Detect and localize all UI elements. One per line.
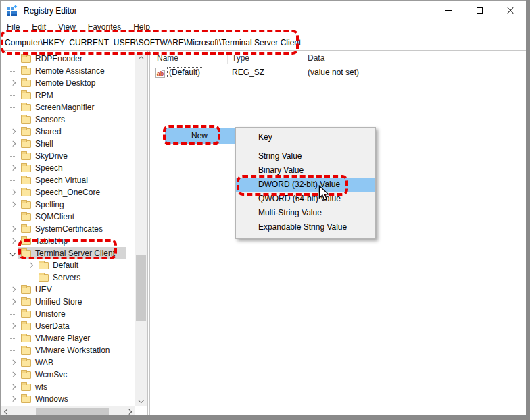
tree-item-systemcertificates[interactable]: SystemCertificates — [1, 223, 135, 235]
menu-item-file[interactable]: File — [1, 21, 26, 34]
tree-item-speech-virtual[interactable]: Speech Virtual — [1, 174, 135, 186]
menu-item-key[interactable]: Key — [236, 130, 375, 145]
tree-item-wab[interactable]: WAB — [1, 357, 135, 369]
tree-item-terminal-server-client[interactable]: Terminal Server Client — [1, 247, 135, 259]
tree-item-speech[interactable]: Speech — [1, 162, 135, 174]
close-button[interactable] — [495, 1, 526, 20]
chevron-up-icon — [139, 57, 144, 62]
tree-item-userdata[interactable]: UserData — [1, 320, 135, 332]
menu-item-binary-value[interactable]: Binary Value — [236, 163, 375, 178]
tree-item-label: Remote Desktop — [35, 78, 95, 88]
column-header-name[interactable]: Name — [150, 52, 228, 64]
menu-item-edit[interactable]: Edit — [26, 21, 52, 34]
chevron-right-icon[interactable] — [7, 190, 18, 194]
tree-item-label: VMware Workstation — [35, 346, 110, 355]
menu-item-dword-32-bit-value[interactable]: DWORD (32-bit) Value — [236, 178, 375, 192]
tree-item-label: RPM — [35, 90, 53, 100]
new-submenu: KeyString ValueBinary ValueDWORD (32-bit… — [235, 127, 376, 239]
chevron-right-icon[interactable] — [7, 130, 18, 134]
chevron-right-icon[interactable] — [7, 142, 18, 146]
tree-item-rpm[interactable]: RPM — [1, 89, 135, 101]
folder-icon — [21, 311, 31, 318]
chevron-right-icon[interactable] — [7, 288, 18, 292]
tree-item-label: Windows — [35, 394, 68, 404]
tree-item-label: Default — [53, 261, 78, 270]
column-header-type[interactable]: Type — [228, 52, 304, 64]
tree-item-vmware-workstation[interactable]: VMware Workstation — [1, 344, 135, 357]
chevron-right-icon[interactable] — [7, 373, 18, 377]
chevron-right-icon[interactable] — [7, 81, 18, 85]
chevron-right-icon[interactable] — [25, 263, 36, 267]
tree-item-unistore[interactable]: Unistore — [1, 308, 135, 320]
tree-stub — [7, 107, 18, 108]
tree-item-wfs[interactable]: wfs — [1, 381, 135, 393]
tree-stub — [7, 350, 18, 351]
tree-item-servers[interactable]: Servers — [1, 271, 135, 284]
window-right-edge — [526, 0, 530, 420]
tree-item-sensors[interactable]: Sensors — [1, 113, 135, 126]
menu-item-help[interactable]: Help — [127, 21, 156, 34]
tree-item-uev[interactable]: UEV — [1, 284, 135, 296]
tree-item-label: Speech Virtual — [35, 176, 88, 185]
tree-item-unified-store[interactable]: Unified Store — [1, 296, 135, 308]
tree-item-spelling[interactable]: Spelling — [1, 199, 135, 211]
menu-item-expandable-string-value[interactable]: Expandable String Value — [236, 220, 375, 234]
tree-item-label: Unified Store — [35, 297, 82, 307]
tree-stub — [7, 59, 18, 59]
tree-stub — [7, 120, 18, 120]
value-row-default[interactable]: ab(Default)REG_SZ(value not set) — [150, 66, 526, 78]
tree-item-remote-assistance[interactable]: Remote Assistance — [1, 65, 135, 77]
tree-item-default[interactable]: Default — [1, 259, 135, 271]
folder-icon — [21, 92, 31, 99]
chevron-down-icon — [139, 398, 144, 403]
horizontal-scroll-thumb[interactable] — [36, 408, 109, 415]
column-header-data[interactable]: Data — [304, 52, 526, 64]
menu-item-string-value[interactable]: String Value — [236, 149, 375, 163]
menu-item-multi-string-value[interactable]: Multi-String Value — [236, 206, 375, 220]
chevron-right-icon[interactable] — [7, 397, 18, 401]
tree-item-rdpencoder[interactable]: RDPEncoder — [1, 53, 135, 65]
vertical-scroll-thumb[interactable] — [136, 255, 146, 321]
chevron-right-icon[interactable] — [7, 203, 18, 207]
chevron-left-icon — [5, 409, 10, 415]
scroll-down-button[interactable] — [135, 396, 147, 406]
tree-item-sqmclient[interactable]: SQMClient — [1, 211, 135, 223]
scroll-up-button[interactable] — [135, 53, 147, 63]
registry-editor-window: Registry Editor FileEditViewFavoritesHel… — [0, 0, 530, 420]
menu-item-view[interactable]: View — [52, 21, 82, 34]
folder-icon — [39, 262, 49, 269]
chevron-right-icon[interactable] — [7, 239, 18, 243]
chevron-right-icon[interactable] — [7, 227, 18, 231]
tree-item-label: Terminal Server Client — [35, 248, 115, 258]
tree-item-screenmagnifier[interactable]: ScreenMagnifier — [1, 101, 135, 113]
chevron-right-icon[interactable] — [7, 324, 18, 328]
address-bar: Computer\HKEY_CURRENT_USER\SOFTWARE\Micr… — [1, 34, 529, 51]
tree-item-vmware-player[interactable]: VMware Player — [1, 332, 135, 344]
chevron-right-icon[interactable] — [7, 385, 18, 389]
chevron-right-icon[interactable] — [7, 166, 18, 170]
panel-splitter[interactable] — [147, 51, 150, 416]
tree-item-remote-desktop[interactable]: Remote Desktop — [1, 77, 135, 89]
tree-item-shared[interactable]: Shared — [1, 126, 135, 138]
maximize-button[interactable] — [464, 1, 495, 20]
chevron-down-icon[interactable] — [7, 251, 18, 255]
menu-item-qword-64-bit-value[interactable]: QWORD (64-bit) Value — [236, 192, 375, 206]
menu-item-favorites[interactable]: Favorites — [82, 21, 127, 34]
minimize-button[interactable] — [433, 1, 464, 20]
tree-item-speech-onecore[interactable]: Speech_OneCore — [1, 186, 135, 199]
tree-item-windows[interactable]: Windows — [1, 393, 135, 405]
tree-item-wcmsvc[interactable]: WcmSvc — [1, 369, 135, 381]
tree-item-label: Shell — [35, 139, 53, 149]
chevron-right-icon[interactable] — [7, 361, 18, 365]
window-bottom-edge — [0, 415, 530, 420]
minimize-icon — [445, 10, 452, 11]
tree-item-tablettip[interactable]: TabletTip — [1, 235, 135, 247]
chevron-right-icon[interactable] — [7, 300, 18, 304]
tree-vertical-scrollbar[interactable] — [135, 53, 147, 406]
tree-item-skydrive[interactable]: SkyDrive — [1, 150, 135, 162]
tree-item-shell[interactable]: Shell — [1, 138, 135, 150]
context-menu-item-new[interactable]: New — [165, 128, 244, 144]
tree-stub — [7, 338, 18, 339]
tree-item-label: Unistore — [35, 309, 66, 319]
address-input[interactable]: Computer\HKEY_CURRENT_USER\SOFTWARE\Micr… — [1, 38, 301, 47]
